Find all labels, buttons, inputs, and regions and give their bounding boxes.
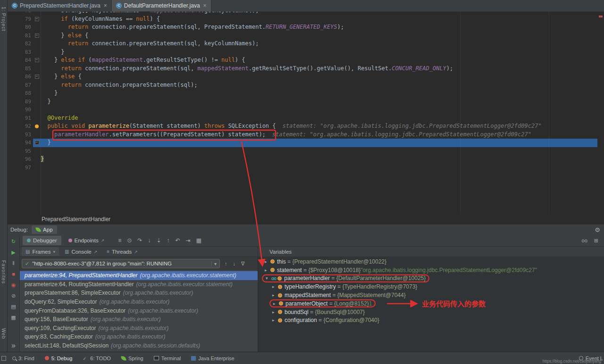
gutter-cell[interactable] xyxy=(33,40,41,48)
line-number[interactable]: 95 xyxy=(8,147,33,156)
editor-line[interactable]: 79− if (keyColumnNames == null) { xyxy=(8,15,597,24)
mute-renderers-icon[interactable]: oo xyxy=(582,238,587,244)
line-number[interactable]: 84 xyxy=(8,56,33,65)
gutter-cell[interactable] xyxy=(33,65,41,73)
line-number[interactable]: 85 xyxy=(8,65,33,73)
gutter-cell[interactable] xyxy=(33,89,41,98)
mute-breakpoints-icon[interactable]: ⊘ xyxy=(11,293,16,298)
more-icon[interactable]: » xyxy=(11,341,16,350)
line-number[interactable]: 96 xyxy=(8,155,33,164)
editor-line[interactable]: 83 } xyxy=(8,48,597,57)
variable-row[interactable]: ▸statement = {$Proxy108@10018} "org.apac… xyxy=(258,266,604,274)
gutter-cell[interactable]: − xyxy=(33,139,41,147)
thread-dump-icon[interactable]: ▤ xyxy=(11,304,16,309)
line-number[interactable]: 92 xyxy=(8,122,33,131)
gutter-cell[interactable] xyxy=(33,122,41,131)
tab-close-icon[interactable]: × xyxy=(104,2,107,9)
variable-row[interactable]: ▸configuration = {Configuration@7040} xyxy=(258,316,604,325)
line-number[interactable]: 97 xyxy=(8,164,33,172)
editor-line[interactable]: 96} xyxy=(8,155,597,164)
stripe-web-button[interactable]: Web xyxy=(1,328,6,339)
stack-frame-row[interactable]: query:156, BaseExecutor(org.apache.ibati… xyxy=(20,315,258,324)
stop-icon[interactable]: ■ xyxy=(12,271,15,277)
toolwindow-switcher-icon[interactable] xyxy=(1,356,6,361)
chevron-down-icon[interactable]: ▾ xyxy=(211,261,217,266)
stack-frame-row[interactable]: prepareStatement:86, SimpleExecutor(org.… xyxy=(20,289,258,298)
editor-line[interactable]: 81− } else { xyxy=(8,32,597,40)
stack-frame-row[interactable]: query:83, CachingExecutor(org.apache.iba… xyxy=(20,332,258,341)
line-number[interactable]: 88 xyxy=(8,89,33,98)
editor-line[interactable]: 89 } xyxy=(8,98,597,106)
gutter-cell[interactable] xyxy=(33,131,41,139)
line-number[interactable]: 81 xyxy=(8,32,33,40)
line-number[interactable]: 86 xyxy=(8,73,33,81)
editor-line[interactable]: 80 return connection.prepareStatement(sq… xyxy=(8,23,597,32)
stack-frame-row[interactable]: parameterize:94, PreparedStatementHandle… xyxy=(20,271,258,280)
gutter-cell[interactable]: − xyxy=(33,73,41,81)
editor-line[interactable]: 90 xyxy=(8,106,597,114)
gutter-cell[interactable] xyxy=(33,23,41,32)
editor-line[interactable]: 85 return connection.prepareStatement(sq… xyxy=(8,65,597,73)
view-breakpoints-icon[interactable]: ◉ xyxy=(11,282,16,288)
sort-up-icon[interactable]: ↑ xyxy=(225,261,227,267)
editor-line[interactable]: 82 return connection.prepareStatement(sq… xyxy=(8,40,597,48)
gutter-cell[interactable] xyxy=(33,98,41,106)
tree-arrow-icon[interactable]: ▸ xyxy=(272,293,278,298)
line-number[interactable]: 90 xyxy=(8,106,33,114)
variable-row[interactable]: ▸this = {PreparedStatementHandler@10022} xyxy=(258,257,604,266)
fold-icon[interactable]: − xyxy=(35,33,39,38)
memory-view-icon[interactable]: ▦ xyxy=(11,314,16,320)
editor[interactable]: 78 String[] keyColumnNames = mappedState… xyxy=(8,12,604,215)
line-number[interactable]: 87 xyxy=(8,81,33,90)
step-out-icon[interactable]: ↑ xyxy=(167,237,169,244)
variable-row[interactable]: ▸parameterObject = {Long@8152} 1 xyxy=(258,299,604,308)
fold-icon[interactable]: − xyxy=(35,58,39,62)
step-into-icon[interactable]: ↓ xyxy=(148,237,151,244)
gutter-cell[interactable] xyxy=(33,106,41,114)
gutter-cell[interactable] xyxy=(33,164,41,172)
editor-line[interactable]: 87 return connection.prepareStatement(sq… xyxy=(8,81,597,90)
breadcrumb[interactable]: PreparedStatementHandler xyxy=(42,216,110,223)
variable-row[interactable]: ▸boundSql = {BoundSql@10007} xyxy=(258,308,604,316)
status-item-terminal[interactable]: Terminal xyxy=(154,356,181,361)
stack-frame-row[interactable]: selectList:148, DefaultSqlSession(org.ap… xyxy=(20,341,258,350)
editor-line[interactable]: 94− } xyxy=(8,139,597,147)
editor-tab[interactable]: CDefaultParameterHandler.java× xyxy=(112,0,211,11)
override-marker-icon[interactable] xyxy=(35,124,39,128)
tab-debugger[interactable]: Debugger xyxy=(23,236,61,245)
status-item-debug[interactable]: 5: Debug xyxy=(45,356,73,361)
evaluate-expression-icon[interactable]: ▦ xyxy=(196,237,201,244)
tree-arrow-icon[interactable]: ▸ xyxy=(265,268,270,273)
run-to-cursor-icon[interactable]: ⇥ xyxy=(185,237,190,244)
tab-endpoints[interactable]: Endpoints ↗ xyxy=(64,236,109,245)
tree-arrow-icon[interactable]: ▸ xyxy=(272,318,278,323)
tab-close-icon[interactable]: × xyxy=(203,2,207,9)
gutter-cell[interactable] xyxy=(33,147,41,156)
line-number[interactable]: 89 xyxy=(8,98,33,106)
resume-icon[interactable]: ▶ xyxy=(11,249,15,255)
gutter-cell[interactable] xyxy=(33,48,41,57)
stripe-favorites-button[interactable]: Favorites xyxy=(1,260,6,284)
gutter-cell[interactable] xyxy=(33,114,41,123)
gutter-cell[interactable]: − xyxy=(33,32,41,40)
editor-line[interactable]: 97 xyxy=(8,164,597,172)
editor-line[interactable]: 88 } xyxy=(8,89,597,98)
thread-selector[interactable]: ✓ "http-nio-8080-exec-3"@7,812 in group … xyxy=(22,259,220,268)
line-number[interactable]: 94 xyxy=(8,139,33,147)
editor-line[interactable]: 93 parameterHandler.setParameters((Prepa… xyxy=(8,131,597,139)
filter-icon[interactable]: ∇ xyxy=(241,261,244,267)
editor-scrollbar[interactable] xyxy=(597,12,604,215)
line-number[interactable]: 91 xyxy=(8,114,33,123)
tree-arrow-icon[interactable]: ▾ xyxy=(266,276,271,281)
gutter-cell[interactable]: − xyxy=(33,15,41,24)
editor-tab[interactable]: CPreparedStatementHandler.java× xyxy=(8,0,112,11)
sort-down-icon[interactable]: ↓ xyxy=(233,261,236,267)
gutter-cell[interactable] xyxy=(33,155,41,164)
drop-frame-icon[interactable]: ↶ xyxy=(175,237,180,244)
error-stripe-mark[interactable] xyxy=(599,16,603,17)
fold-icon[interactable]: − xyxy=(35,17,39,21)
editor-line[interactable]: 84− } else if (mappedStatement.getResult… xyxy=(8,56,597,65)
tab-frames[interactable]: ▤Frames▾ xyxy=(22,247,59,256)
restore-layout-icon[interactable]: ⊞ xyxy=(594,238,598,244)
editor-line[interactable]: 92 public void parameterize(Statement st… xyxy=(8,122,597,131)
